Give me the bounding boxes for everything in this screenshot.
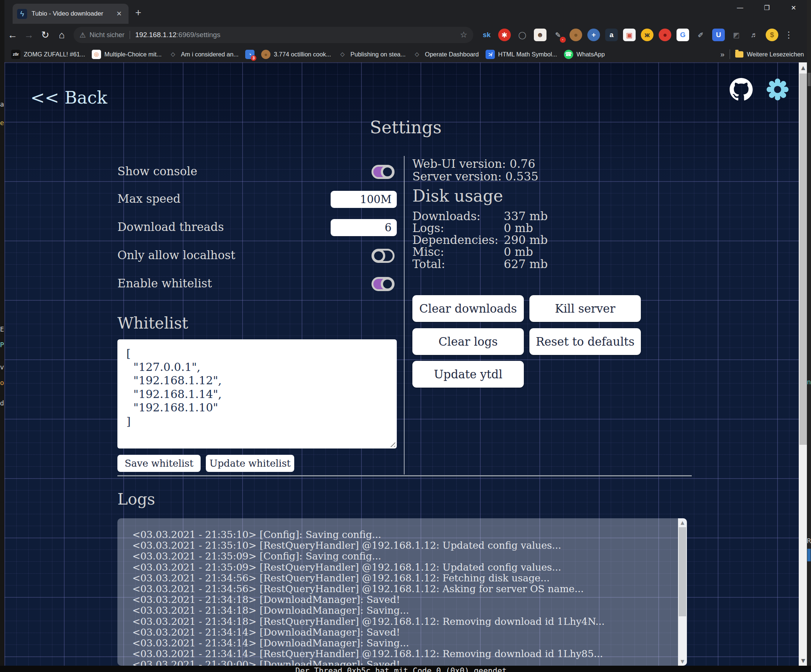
bookmark-star-icon[interactable]: ☆: [460, 30, 467, 40]
window-maximize-button[interactable]: ❐: [753, 0, 780, 15]
reload-button[interactable]: ↻: [37, 29, 54, 41]
bookmark-label: WhatsApp: [577, 51, 605, 58]
bookmark-label: Publishing on stea...: [350, 51, 406, 58]
disk-row-value: 627 mb: [504, 257, 548, 271]
new-tab-button[interactable]: +: [135, 7, 141, 18]
download-threads-input[interactable]: [331, 219, 397, 236]
home-button[interactable]: ⌂: [54, 29, 70, 41]
log-line: <03.03.2021 - 21:34:56> [RestQueryHandle…: [132, 584, 668, 594]
kill-server-button[interactable]: Kill server: [529, 295, 641, 322]
console-output-text: Der Thread 0xb5c hat mit Code 0 (0x0) ge…: [295, 667, 512, 672]
bookmarks-overflow-icon[interactable]: »: [720, 50, 724, 59]
show-console-label: Show console: [117, 164, 197, 178]
browser-menu-icon[interactable]: ⋮: [783, 30, 794, 40]
coins-extension-icon[interactable]: $: [766, 29, 778, 41]
browser-tab[interactable]: ϟ Tubio - Video downloader ✕: [13, 4, 129, 24]
max-speed-label: Max speed: [117, 192, 181, 205]
log-line: <03.03.2021 - 21:35:09> [RestQueryHandle…: [132, 562, 668, 573]
google-extension-icon[interactable]: G: [677, 29, 689, 41]
background-window-fragment: E: [0, 325, 4, 333]
page-title: Settings: [5, 117, 807, 137]
background-console-strip: Der Thread 0xb5c hat mit Code 0 (0x0) ge…: [0, 666, 811, 672]
github-icon[interactable]: [730, 78, 753, 101]
stop-hand-extension-icon[interactable]: ✱: [498, 29, 511, 41]
address-bar-separator: [130, 31, 130, 39]
max-speed-input[interactable]: [331, 191, 397, 208]
bookmark-item[interactable]: ◇Operate Dashboard: [412, 50, 479, 59]
bookmark-label: 3.774 octillion cook...: [274, 51, 331, 58]
toggle-knob: [372, 249, 385, 262]
forward-button[interactable]: →: [21, 29, 37, 41]
clear-downloads-button[interactable]: Clear downloads: [412, 295, 524, 322]
show-console-toggle[interactable]: [372, 165, 395, 179]
window-minimize-button[interactable]: —: [727, 0, 753, 15]
column-divider: [404, 156, 405, 474]
cookie-extension-icon[interactable]: ●: [570, 29, 582, 41]
log-line: <03.03.2021 - 21:35:09> [Config]: Saving…: [132, 551, 668, 562]
logs-scrollbar[interactable]: ▲ ▼: [678, 518, 687, 666]
playlist-extension-icon[interactable]: ♬: [748, 29, 760, 41]
bookmark-item[interactable]: ◔3: [245, 50, 254, 59]
logs-heading: Logs: [117, 490, 155, 508]
url-host: 192.168.1.12: [135, 31, 176, 39]
mask-extension-icon[interactable]: ☻: [534, 29, 546, 41]
window-close-button[interactable]: ✕: [780, 0, 807, 15]
bookmark-item[interactable]: ●3.774 octillion cook...: [261, 50, 331, 59]
page-scrollbar-thumb[interactable]: [799, 73, 807, 445]
update-whitelist-button[interactable]: Update whitelist: [206, 455, 294, 472]
bookmark-item[interactable]: ◎Multiple-Choice mit...: [92, 50, 161, 59]
shield-extension-icon[interactable]: U: [712, 29, 725, 41]
logs-scrollbar-thumb[interactable]: [679, 527, 686, 616]
pen-extension-icon[interactable]: ✎·: [552, 29, 564, 41]
scroll-down-icon[interactable]: ▼: [799, 657, 807, 664]
address-bar[interactable]: ⚠ Nicht sicher 192.168.1.12 :6969/settin…: [73, 27, 473, 43]
reset-defaults-button[interactable]: Reset to defaults: [529, 328, 641, 355]
page-scrollbar[interactable]: ▲ ▼: [799, 63, 807, 666]
sk-extension-icon[interactable]: sk: [480, 29, 493, 41]
bee-extension-icon[interactable]: ж: [641, 29, 653, 41]
logs-panel: <03.03.2021 - 21:35:10> [Config]: Saving…: [117, 518, 687, 666]
log-line: <03.03.2021 - 21:35:10> [Config]: Saving…: [132, 530, 668, 540]
scroll-up-icon[interactable]: ▲: [799, 64, 807, 71]
disk-row-value: 337 mb: [504, 209, 548, 223]
tab-close-icon[interactable]: ✕: [114, 9, 124, 19]
bookmark-favicon-icon: ◇: [412, 50, 422, 59]
bookmark-favicon-icon: z0r: [11, 50, 20, 59]
scroll-up-icon[interactable]: ▲: [678, 520, 687, 525]
bookmark-item[interactable]: ≯HTML Math Symbol...: [485, 50, 557, 59]
disk-row-label: Misc:: [412, 245, 444, 258]
red-pin-extension-icon[interactable]: ●: [659, 29, 671, 41]
clear-logs-button[interactable]: Clear logs: [412, 328, 524, 355]
tubio-settings-page: << Back Settings Show console Max speed …: [5, 63, 807, 666]
stylus-extension-icon[interactable]: ✐: [694, 29, 707, 41]
amazon-extension-icon[interactable]: a: [605, 29, 618, 41]
bookmark-label: Operate Dashboard: [425, 51, 479, 58]
ring-extension-icon[interactable]: ◯: [516, 29, 529, 41]
bookmark-item[interactable]: ☎WhatsApp: [564, 50, 605, 59]
background-window-fragment: a: [0, 100, 4, 108]
whitelist-textarea[interactable]: [ "127.0.0.1", "192.168.1.12", "192.168.…: [117, 339, 397, 449]
photos-extension-icon[interactable]: ▣: [623, 29, 636, 41]
window-controls: — ❐ ✕: [727, 0, 807, 15]
only-localhost-toggle[interactable]: [372, 249, 395, 263]
log-line: <03.03.2021 - 21:34:14> [DownloadManager…: [132, 638, 668, 648]
save-whitelist-button[interactable]: Save whitelist: [117, 455, 200, 472]
back-button[interactable]: ←: [5, 29, 21, 41]
disk-row-label: Logs:: [412, 221, 444, 235]
bookmark-item[interactable]: z0rZOMG ZUFALL! #61...: [11, 50, 85, 59]
disk-row-label: Total:: [412, 257, 445, 271]
plus-circle-extension-icon[interactable]: +: [587, 29, 600, 41]
bookmark-label: Am i considered an...: [181, 51, 239, 58]
scroll-down-icon[interactable]: ▼: [678, 658, 687, 664]
settings-gear-icon[interactable]: [766, 78, 789, 101]
background-window-fragment: v: [0, 363, 4, 371]
enable-whitelist-toggle[interactable]: [372, 277, 395, 291]
bookmark-favicon-icon: ◎: [92, 50, 101, 59]
bookmark-item[interactable]: ◇Publishing on stea...: [338, 50, 406, 59]
update-ytdl-button[interactable]: Update ytdl: [412, 361, 524, 388]
security-warning-icon[interactable]: ⚠: [80, 31, 86, 39]
back-link[interactable]: << Back: [31, 88, 107, 108]
other-bookmarks-folder[interactable]: Weitere Lesezeichen: [735, 51, 804, 58]
bookmark-item[interactable]: ◇Am i considered an...: [168, 50, 239, 59]
puzzle-extension-icon[interactable]: ◩: [730, 29, 743, 41]
